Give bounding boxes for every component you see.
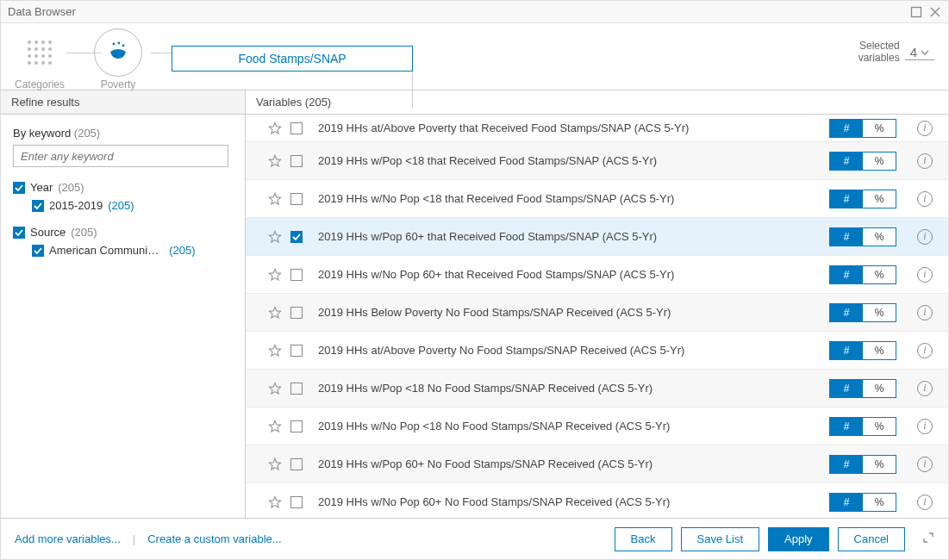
variable-row[interactable]: 2019 HHs w/No Pop <18 that Received Food…: [246, 180, 948, 218]
cancel-button[interactable]: Cancel: [838, 527, 905, 551]
unit-percent[interactable]: %: [863, 190, 896, 208]
unit-percent[interactable]: %: [863, 380, 896, 397]
unit-hash[interactable]: #: [830, 304, 863, 321]
info-icon[interactable]: i: [917, 457, 933, 472]
close-icon[interactable]: [929, 6, 941, 18]
checkbox-icon[interactable]: [32, 200, 44, 212]
info-icon[interactable]: i: [917, 229, 933, 245]
unit-hash[interactable]: #: [830, 228, 863, 246]
row-checkbox[interactable]: [290, 496, 303, 508]
unit-toggle[interactable]: #%: [829, 455, 896, 474]
unit-hash[interactable]: #: [830, 266, 863, 283]
checkbox-icon[interactable]: [13, 182, 25, 194]
unit-percent[interactable]: %: [863, 266, 896, 283]
unit-hash[interactable]: #: [830, 120, 863, 137]
favorite-star-icon[interactable]: [268, 268, 282, 282]
unit-toggle[interactable]: #%: [829, 152, 896, 171]
row-checkbox[interactable]: [290, 122, 303, 134]
favorite-star-icon[interactable]: [268, 382, 282, 395]
info-icon[interactable]: i: [917, 419, 933, 434]
unit-hash[interactable]: #: [830, 342, 863, 359]
variable-row[interactable]: 2019 HHs w/No Pop 60+ No Food Stamps/SNA…: [246, 483, 948, 518]
checkbox-icon[interactable]: [13, 227, 25, 239]
unit-percent[interactable]: %: [863, 152, 896, 170]
maximize-icon[interactable]: [910, 6, 922, 18]
unit-hash[interactable]: #: [830, 152, 863, 170]
favorite-star-icon[interactable]: [268, 121, 282, 135]
unit-toggle[interactable]: #%: [829, 119, 896, 138]
variable-list[interactable]: 2019 HHs at/Above Poverty that Received …: [246, 115, 948, 518]
variable-row[interactable]: 2019 HHs at/Above Poverty No Food Stamps…: [246, 332, 948, 370]
variable-row[interactable]: 2019 HHs w/Pop 60+ that Received Food St…: [246, 218, 948, 256]
variable-row[interactable]: 2019 HHs w/Pop <18 that Received Food St…: [246, 142, 948, 180]
expand-icon[interactable]: [922, 532, 934, 546]
variable-row[interactable]: 2019 HHs w/Pop 60+ No Food Stamps/SNAP R…: [246, 445, 948, 483]
checkbox-icon[interactable]: [32, 245, 44, 257]
apply-button[interactable]: Apply: [768, 527, 829, 551]
info-icon[interactable]: i: [917, 343, 933, 358]
filter-source[interactable]: Source (205): [13, 226, 233, 239]
breadcrumb-poverty[interactable]: Poverty: [94, 28, 142, 90]
filter-source-acs[interactable]: American Communi… (205): [13, 244, 233, 257]
breadcrumb-categories[interactable]: Categories: [15, 28, 65, 90]
unit-percent[interactable]: %: [863, 120, 896, 137]
row-checkbox[interactable]: [290, 269, 303, 281]
unit-percent[interactable]: %: [863, 342, 896, 359]
info-icon[interactable]: i: [917, 305, 933, 320]
row-checkbox[interactable]: [290, 458, 303, 470]
unit-toggle[interactable]: #%: [829, 341, 896, 360]
variable-row[interactable]: 2019 HHs w/No Pop <18 No Food Stamps/SNA…: [246, 408, 948, 445]
save-list-button[interactable]: Save List: [681, 527, 759, 551]
variable-row[interactable]: 2019 HHs Below Poverty No Food Stamps/SN…: [246, 294, 948, 332]
unit-percent[interactable]: %: [863, 304, 896, 321]
row-checkbox[interactable]: [290, 307, 303, 319]
filter-year-range[interactable]: 2015-2019 (205): [13, 199, 233, 212]
topic-pill[interactable]: Food Stamps/SNAP: [172, 46, 413, 72]
unit-hash[interactable]: #: [830, 190, 863, 208]
variable-row[interactable]: 2019 HHs at/Above Poverty that Received …: [246, 115, 948, 142]
favorite-star-icon[interactable]: [268, 495, 282, 509]
unit-hash[interactable]: #: [830, 418, 863, 435]
info-icon[interactable]: i: [917, 191, 933, 207]
selected-variables[interactable]: Selected variables 4: [858, 40, 934, 65]
unit-percent[interactable]: %: [863, 418, 896, 435]
unit-hash[interactable]: #: [830, 456, 863, 473]
info-icon[interactable]: i: [917, 121, 933, 136]
favorite-star-icon[interactable]: [268, 306, 282, 320]
unit-toggle[interactable]: #%: [829, 265, 896, 284]
row-checkbox[interactable]: [290, 231, 303, 243]
favorite-star-icon[interactable]: [268, 154, 282, 168]
unit-toggle[interactable]: #%: [829, 227, 896, 246]
row-checkbox[interactable]: [290, 345, 303, 357]
unit-percent[interactable]: %: [863, 228, 896, 246]
row-checkbox[interactable]: [290, 193, 303, 205]
unit-toggle[interactable]: #%: [829, 493, 896, 512]
row-checkbox[interactable]: [290, 420, 303, 432]
row-checkbox[interactable]: [290, 155, 303, 167]
unit-toggle[interactable]: #%: [829, 417, 896, 436]
variable-row[interactable]: 2019 HHs w/Pop <18 No Food Stamps/SNAP R…: [246, 370, 948, 408]
favorite-star-icon[interactable]: [268, 344, 282, 358]
unit-percent[interactable]: %: [863, 494, 896, 511]
unit-hash[interactable]: #: [830, 494, 863, 511]
filter-year[interactable]: Year (205): [13, 181, 233, 194]
unit-toggle[interactable]: #%: [829, 190, 896, 208]
add-more-variables-link[interactable]: Add more variables...: [15, 532, 121, 545]
info-icon[interactable]: i: [917, 153, 933, 169]
unit-toggle[interactable]: #%: [829, 379, 896, 398]
favorite-star-icon[interactable]: [268, 230, 282, 244]
back-button[interactable]: Back: [615, 527, 672, 551]
favorite-star-icon[interactable]: [268, 457, 282, 471]
info-icon[interactable]: i: [917, 267, 933, 283]
info-icon[interactable]: i: [917, 495, 933, 510]
row-checkbox[interactable]: [290, 383, 303, 395]
favorite-star-icon[interactable]: [268, 420, 282, 433]
keyword-input[interactable]: [13, 145, 228, 167]
unit-toggle[interactable]: #%: [829, 303, 896, 322]
unit-hash[interactable]: #: [830, 380, 863, 397]
favorite-star-icon[interactable]: [268, 192, 282, 206]
create-custom-variable-link[interactable]: Create a custom variable...: [147, 532, 281, 545]
info-icon[interactable]: i: [917, 381, 933, 396]
variable-row[interactable]: 2019 HHs w/No Pop 60+ that Received Food…: [246, 256, 948, 294]
unit-percent[interactable]: %: [863, 456, 896, 473]
